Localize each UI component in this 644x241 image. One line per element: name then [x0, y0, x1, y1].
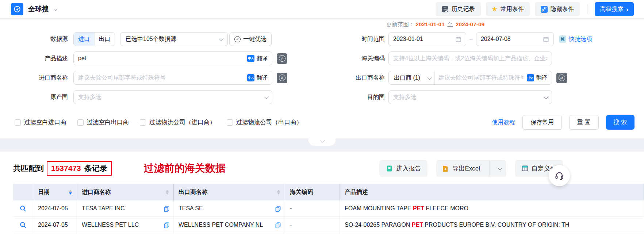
filter-logistics-exporter[interactable]: 过滤物流公司（出口商） — [227, 118, 303, 126]
advanced-search-button[interactable]: 高级搜索 › — [595, 2, 634, 16]
columns-icon — [522, 165, 528, 172]
headset-icon — [554, 171, 564, 181]
product-desc-input[interactable] — [78, 55, 247, 62]
swap-button[interactable]: ⇄ — [277, 53, 287, 64]
header-date[interactable]: 日期 — [33, 184, 77, 200]
dest-country-label: 目的国 — [306, 93, 385, 101]
reset-button[interactable]: 重 置 — [569, 115, 598, 130]
row-detail-button[interactable] — [13, 200, 33, 217]
checkbox[interactable] — [77, 119, 84, 126]
exporter-type-select[interactable]: 出口商 (1) — [389, 71, 435, 84]
header-product-desc: 产品描述 — [340, 184, 644, 200]
calendar-icon — [455, 36, 461, 42]
cell-date: 2024-07-05 — [33, 200, 77, 217]
filter-label: 过滤空白进口商 — [24, 118, 66, 126]
start-date-field[interactable] — [388, 32, 466, 46]
one-key-optimize-button[interactable]: ✓ 一键优选 — [229, 32, 272, 46]
data-source-toggle: 进口 出口 — [73, 32, 115, 46]
tutorial-link[interactable]: 使用教程 — [492, 119, 515, 126]
hide-conditions-button[interactable]: 隐藏条件 — [535, 2, 580, 16]
export-options-caret[interactable] — [493, 160, 506, 177]
swap-icon: ⇄ — [559, 74, 565, 81]
translate-icon: 中A — [527, 74, 534, 81]
dest-country-select[interactable] — [388, 90, 552, 104]
chevron-down-icon — [498, 165, 503, 170]
exporter-label: 出口商名称 — [306, 74, 385, 82]
chevron-down-icon — [544, 94, 549, 99]
cell-importer[interactable]: WELLNESS PET LLC — [77, 217, 174, 233]
copy-icon[interactable] — [164, 206, 170, 212]
swap-button[interactable]: ⇄ — [556, 73, 567, 83]
cell-exporter[interactable]: TESA SE — [174, 200, 285, 217]
cell-importer[interactable]: TESA TAPE INC — [77, 200, 174, 217]
copy-icon[interactable] — [164, 222, 170, 228]
favorites-button[interactable]: ★ 常用条件 — [486, 2, 530, 16]
filter-logistics-importer[interactable]: 过滤物流公司（进口商） — [140, 118, 216, 126]
end-date-input[interactable] — [481, 36, 540, 42]
exporter-input[interactable] — [435, 74, 527, 81]
export-tab[interactable]: 出口 — [94, 32, 115, 46]
sort-icons[interactable] — [166, 190, 169, 195]
search-button[interactable]: 搜 索 — [606, 115, 635, 130]
origin-country-select[interactable] — [73, 90, 272, 104]
translate-button[interactable]: 中A 翻译 — [527, 74, 547, 81]
save-common-button[interactable]: 保存常用 — [522, 115, 562, 130]
hs-code-field[interactable] — [388, 51, 552, 65]
update-range-start: 2021-01-01 — [416, 21, 445, 27]
import-tab[interactable]: 进口 — [74, 32, 94, 46]
quick-options-link[interactable]: ⌘ 快捷选项 — [559, 35, 592, 43]
update-range-note: 更新范围：2021-01-01 至 2024-07-09 — [386, 21, 486, 28]
chevron-down-icon — [219, 36, 224, 41]
importer-input[interactable] — [78, 74, 247, 81]
header-exporter[interactable]: 出口商名称 — [174, 184, 285, 200]
copy-icon[interactable] — [275, 206, 281, 212]
export-excel-button[interactable]: 导出Excel — [436, 160, 486, 177]
filter-blank-importer[interactable]: 过滤空白进口商 — [15, 118, 66, 126]
filter-label: 过滤空白出口商 — [87, 118, 129, 126]
collapse-icon — [541, 6, 548, 13]
copy-icon[interactable] — [275, 222, 281, 228]
match-suffix: 条记录 — [84, 163, 107, 173]
history-button[interactable]: 历史记录 — [436, 2, 481, 16]
translate-button[interactable]: 中A 翻译 — [247, 74, 268, 81]
chevron-right-icon: › — [626, 6, 628, 13]
optimize-label: 一键优选 — [243, 35, 267, 43]
collapse-form-tab[interactable] — [308, 138, 336, 146]
product-desc-field[interactable]: 中A 翻译 — [73, 51, 272, 65]
sort-icons[interactable] — [69, 190, 72, 195]
importer-label: 进口商名称 — [15, 74, 68, 82]
sort-icons[interactable] — [277, 190, 280, 195]
quick-options-label: 快捷选项 — [569, 35, 592, 43]
cell-exporter[interactable]: WELLNESS PET COMPANY NL — [174, 217, 285, 233]
match-prefix: 共匹配到 — [13, 163, 44, 173]
history-icon — [441, 5, 449, 13]
translate-button[interactable]: 中A 翻译 — [247, 55, 268, 62]
row-detail-button[interactable] — [13, 217, 33, 233]
swap-icon: ⇄ — [279, 74, 285, 81]
hs-code-input[interactable] — [393, 55, 547, 62]
update-range-to: 至 — [447, 21, 453, 27]
header-importer[interactable]: 进口商名称 — [77, 184, 174, 200]
checkbox[interactable] — [227, 119, 233, 126]
chevron-down-icon — [264, 94, 269, 99]
enter-report-button[interactable]: 进入报告 — [379, 160, 428, 177]
end-date-field[interactable] — [476, 32, 554, 46]
start-date-input[interactable] — [393, 36, 452, 42]
filter-blank-exporter[interactable]: 过滤空白出口商 — [77, 118, 129, 126]
customer-service-button[interactable] — [549, 165, 570, 186]
checkbox[interactable] — [15, 119, 21, 126]
data-source-select[interactable]: 已选中105个数据源 — [120, 32, 228, 46]
calendar-icon — [543, 36, 549, 42]
chevron-down-icon[interactable] — [53, 6, 58, 11]
swap-button[interactable]: ⇄ — [277, 73, 287, 83]
origin-country-input[interactable] — [78, 94, 264, 100]
checkbox[interactable] — [140, 119, 146, 126]
dest-country-input[interactable] — [393, 94, 544, 100]
chevron-down-icon — [321, 138, 325, 142]
importer-field[interactable]: 中A 翻译 — [73, 71, 272, 85]
red-annotation: 过滤前的海关数据 — [144, 161, 226, 175]
results-table: 日期 进口商名称 出口商名称 海关编码 产品描述 2024-07-05 TESA… — [13, 184, 644, 233]
translate-label: 翻译 — [257, 55, 268, 62]
global-search-page: 全球搜 历史记录 ★ 常用条件 隐藏条件 高级搜索 › 更新范围：2 — [0, 0, 644, 241]
keyword-highlight: PET — [412, 222, 423, 228]
